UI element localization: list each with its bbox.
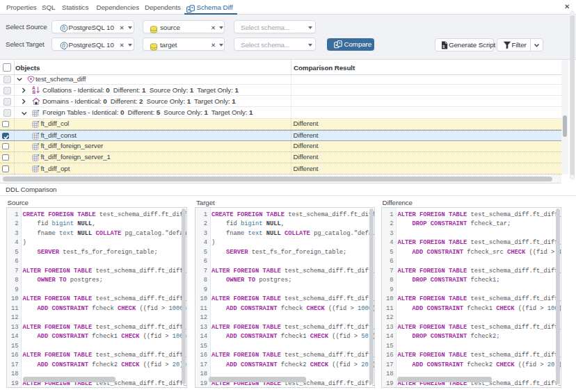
svg-text:B: B <box>32 90 35 95</box>
